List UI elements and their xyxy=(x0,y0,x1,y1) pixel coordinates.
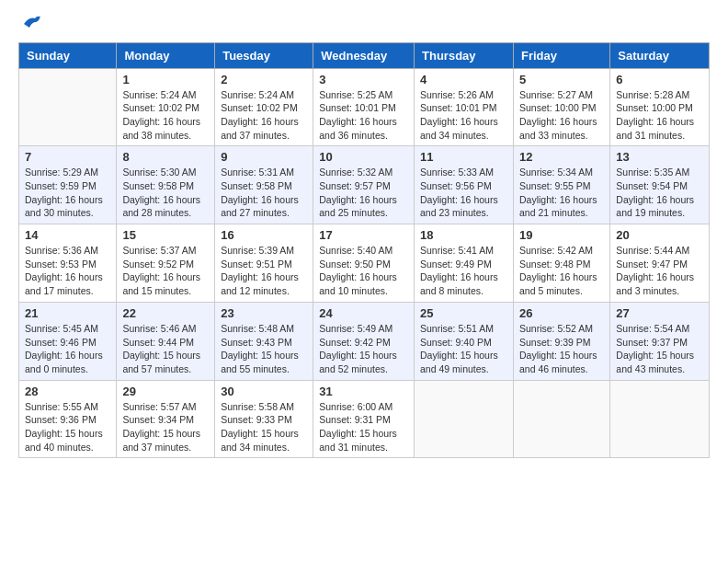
day-info: Sunrise: 5:54 AM Sunset: 9:37 PM Dayligh… xyxy=(616,322,703,376)
calendar-cell: 1Sunrise: 5:24 AM Sunset: 10:02 PM Dayli… xyxy=(117,68,215,146)
calendar-cell: 26Sunrise: 5:52 AM Sunset: 9:39 PM Dayli… xyxy=(513,302,609,380)
day-number: 23 xyxy=(221,306,307,320)
day-info: Sunrise: 5:51 AM Sunset: 9:40 PM Dayligh… xyxy=(420,322,507,376)
day-info: Sunrise: 5:52 AM Sunset: 9:39 PM Dayligh… xyxy=(519,322,604,376)
day-number: 22 xyxy=(122,306,209,320)
day-number: 26 xyxy=(519,306,604,320)
calendar-cell: 12Sunrise: 5:34 AM Sunset: 9:55 PM Dayli… xyxy=(513,146,609,224)
day-number: 12 xyxy=(519,150,604,164)
calendar-cell: 29Sunrise: 5:57 AM Sunset: 9:34 PM Dayli… xyxy=(117,380,215,458)
weekday-header-monday: Monday xyxy=(117,42,215,68)
weekday-header-thursday: Thursday xyxy=(415,42,514,68)
calendar-cell: 21Sunrise: 5:45 AM Sunset: 9:46 PM Dayli… xyxy=(19,302,117,380)
day-info: Sunrise: 5:40 AM Sunset: 9:50 PM Dayligh… xyxy=(319,244,408,298)
day-info: Sunrise: 5:24 AM Sunset: 10:02 PM Daylig… xyxy=(122,88,209,143)
day-info: Sunrise: 5:49 AM Sunset: 9:42 PM Dayligh… xyxy=(319,322,408,376)
day-number: 29 xyxy=(122,385,209,398)
day-number: 30 xyxy=(221,385,307,398)
calendar-cell: 16Sunrise: 5:39 AM Sunset: 9:51 PM Dayli… xyxy=(215,224,313,303)
week-row-5: 28Sunrise: 5:55 AM Sunset: 9:36 PM Dayli… xyxy=(19,380,710,458)
day-number: 6 xyxy=(616,73,703,86)
day-info: Sunrise: 5:33 AM Sunset: 9:56 PM Dayligh… xyxy=(420,166,507,220)
weekday-header-friday: Friday xyxy=(513,42,609,68)
calendar-cell: 13Sunrise: 5:35 AM Sunset: 9:54 PM Dayli… xyxy=(610,146,710,224)
calendar-table: SundayMondayTuesdayWednesdayThursdayFrid… xyxy=(18,42,710,459)
weekday-header-wednesday: Wednesday xyxy=(313,42,415,68)
day-number: 13 xyxy=(616,150,703,164)
day-number: 27 xyxy=(616,306,703,320)
day-info: Sunrise: 5:45 AM Sunset: 9:46 PM Dayligh… xyxy=(25,322,110,376)
calendar-cell: 17Sunrise: 5:40 AM Sunset: 9:50 PM Dayli… xyxy=(313,224,415,303)
page-header xyxy=(18,15,710,35)
day-info: Sunrise: 6:00 AM Sunset: 9:31 PM Dayligh… xyxy=(319,400,408,454)
day-number: 3 xyxy=(319,73,408,86)
day-info: Sunrise: 5:41 AM Sunset: 9:49 PM Dayligh… xyxy=(420,244,507,298)
weekday-header-saturday: Saturday xyxy=(610,42,710,68)
day-number: 20 xyxy=(616,228,703,242)
calendar-cell xyxy=(19,68,117,146)
calendar-cell: 9Sunrise: 5:31 AM Sunset: 9:58 PM Daylig… xyxy=(215,146,313,224)
day-number: 9 xyxy=(221,150,307,164)
day-info: Sunrise: 5:29 AM Sunset: 9:59 PM Dayligh… xyxy=(25,166,110,220)
day-info: Sunrise: 5:34 AM Sunset: 9:55 PM Dayligh… xyxy=(519,166,604,220)
week-row-3: 14Sunrise: 5:36 AM Sunset: 9:53 PM Dayli… xyxy=(19,224,710,303)
day-info: Sunrise: 5:48 AM Sunset: 9:43 PM Dayligh… xyxy=(221,322,307,376)
day-number: 28 xyxy=(25,385,110,398)
calendar-cell: 25Sunrise: 5:51 AM Sunset: 9:40 PM Dayli… xyxy=(415,302,514,380)
logo-bird-icon xyxy=(22,15,42,31)
day-number: 24 xyxy=(319,306,408,320)
day-info: Sunrise: 5:35 AM Sunset: 9:54 PM Dayligh… xyxy=(616,166,703,220)
calendar-cell: 28Sunrise: 5:55 AM Sunset: 9:36 PM Dayli… xyxy=(19,380,117,458)
day-number: 8 xyxy=(122,150,209,164)
calendar-cell: 6Sunrise: 5:28 AM Sunset: 10:00 PM Dayli… xyxy=(610,68,710,146)
calendar-cell: 2Sunrise: 5:24 AM Sunset: 10:02 PM Dayli… xyxy=(215,68,313,146)
day-number: 5 xyxy=(519,73,604,86)
calendar-cell: 3Sunrise: 5:25 AM Sunset: 10:01 PM Dayli… xyxy=(313,68,415,146)
day-info: Sunrise: 5:24 AM Sunset: 10:02 PM Daylig… xyxy=(221,88,307,143)
page-container: SundayMondayTuesdayWednesdayThursdayFrid… xyxy=(0,0,728,473)
calendar-cell: 19Sunrise: 5:42 AM Sunset: 9:48 PM Dayli… xyxy=(513,224,609,303)
calendar-cell xyxy=(415,380,514,458)
day-info: Sunrise: 5:30 AM Sunset: 9:58 PM Dayligh… xyxy=(122,166,209,220)
calendar-cell: 20Sunrise: 5:44 AM Sunset: 9:47 PM Dayli… xyxy=(610,224,710,303)
day-number: 10 xyxy=(319,150,408,164)
day-info: Sunrise: 5:46 AM Sunset: 9:44 PM Dayligh… xyxy=(122,322,209,376)
calendar-cell: 18Sunrise: 5:41 AM Sunset: 9:49 PM Dayli… xyxy=(415,224,514,303)
weekday-header-sunday: Sunday xyxy=(19,42,117,68)
week-row-4: 21Sunrise: 5:45 AM Sunset: 9:46 PM Dayli… xyxy=(19,302,710,380)
calendar-cell: 10Sunrise: 5:32 AM Sunset: 9:57 PM Dayli… xyxy=(313,146,415,224)
day-info: Sunrise: 5:57 AM Sunset: 9:34 PM Dayligh… xyxy=(122,400,209,454)
day-number: 17 xyxy=(319,228,408,242)
calendar-cell: 8Sunrise: 5:30 AM Sunset: 9:58 PM Daylig… xyxy=(117,146,215,224)
day-number: 19 xyxy=(519,228,604,242)
day-info: Sunrise: 5:37 AM Sunset: 9:52 PM Dayligh… xyxy=(122,244,209,298)
day-info: Sunrise: 5:26 AM Sunset: 10:01 PM Daylig… xyxy=(420,88,507,143)
calendar-cell: 22Sunrise: 5:46 AM Sunset: 9:44 PM Dayli… xyxy=(117,302,215,380)
day-number: 4 xyxy=(420,73,507,86)
calendar-cell: 15Sunrise: 5:37 AM Sunset: 9:52 PM Dayli… xyxy=(117,224,215,303)
day-number: 7 xyxy=(25,150,110,164)
calendar-cell: 23Sunrise: 5:48 AM Sunset: 9:43 PM Dayli… xyxy=(215,302,313,380)
week-row-1: 1Sunrise: 5:24 AM Sunset: 10:02 PM Dayli… xyxy=(19,68,710,146)
week-row-2: 7Sunrise: 5:29 AM Sunset: 9:59 PM Daylig… xyxy=(19,146,710,224)
weekday-header-tuesday: Tuesday xyxy=(215,42,313,68)
day-info: Sunrise: 5:39 AM Sunset: 9:51 PM Dayligh… xyxy=(221,244,307,298)
day-info: Sunrise: 5:44 AM Sunset: 9:47 PM Dayligh… xyxy=(616,244,703,298)
calendar-cell xyxy=(610,380,710,458)
day-info: Sunrise: 5:42 AM Sunset: 9:48 PM Dayligh… xyxy=(519,244,604,298)
calendar-cell: 30Sunrise: 5:58 AM Sunset: 9:33 PM Dayli… xyxy=(215,380,313,458)
day-number: 21 xyxy=(25,306,110,320)
calendar-cell: 11Sunrise: 5:33 AM Sunset: 9:56 PM Dayli… xyxy=(415,146,514,224)
calendar-cell: 24Sunrise: 5:49 AM Sunset: 9:42 PM Dayli… xyxy=(313,302,415,380)
day-info: Sunrise: 5:36 AM Sunset: 9:53 PM Dayligh… xyxy=(25,244,110,298)
calendar-cell: 31Sunrise: 6:00 AM Sunset: 9:31 PM Dayli… xyxy=(313,380,415,458)
day-number: 15 xyxy=(122,228,209,242)
calendar-cell: 27Sunrise: 5:54 AM Sunset: 9:37 PM Dayli… xyxy=(610,302,710,380)
day-number: 18 xyxy=(420,228,507,242)
calendar-cell: 4Sunrise: 5:26 AM Sunset: 10:01 PM Dayli… xyxy=(415,68,514,146)
calendar-cell: 7Sunrise: 5:29 AM Sunset: 9:59 PM Daylig… xyxy=(19,146,117,224)
day-info: Sunrise: 5:25 AM Sunset: 10:01 PM Daylig… xyxy=(319,88,408,143)
day-number: 31 xyxy=(319,385,408,398)
day-number: 16 xyxy=(221,228,307,242)
logo xyxy=(18,15,42,35)
